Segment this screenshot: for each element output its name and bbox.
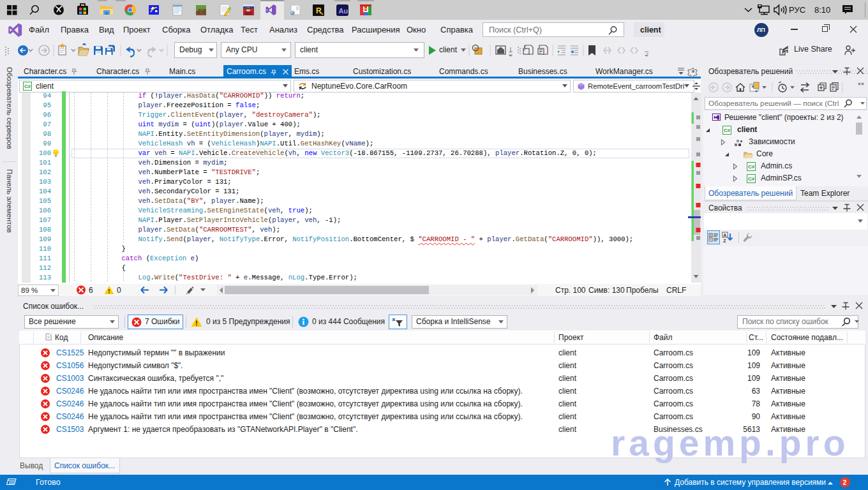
svg-text:R: R	[316, 6, 322, 15]
svg-text:Z: Z	[723, 239, 726, 243]
svg-text:Au: Au	[339, 7, 348, 15]
svg-text:A: A	[723, 233, 726, 237]
